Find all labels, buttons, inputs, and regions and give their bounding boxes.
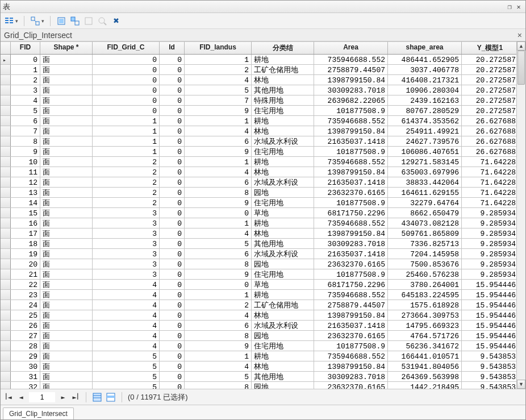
cell-fid-landus[interactable]: 7	[185, 95, 252, 105]
cell-fid[interactable]: 2	[11, 75, 40, 85]
cell-id[interactable]: 0	[160, 65, 185, 74]
cell-y-model[interactable]: 71.64228	[462, 167, 516, 177]
cell-fid-grid-c[interactable]: 0	[93, 106, 160, 115]
cell-area[interactable]: 2758879.44507	[314, 300, 388, 310]
cell-id[interactable]: 0	[160, 95, 185, 105]
cell-fid[interactable]: 15	[11, 208, 40, 218]
cell-fid[interactable]: 9	[11, 147, 40, 156]
row-selector[interactable]	[1, 382, 11, 389]
cell-shape[interactable]: 面	[40, 269, 93, 279]
table-row[interactable]: 6面101耕地735946688.552614374.35356226.6276…	[1, 116, 516, 126]
cell-class[interactable]: 水域及水利设	[252, 177, 314, 187]
row-selector[interactable]	[1, 300, 11, 310]
cell-fid-landus[interactable]: 9	[185, 147, 252, 156]
clear-selection-icon[interactable]	[84, 16, 94, 26]
column-header[interactable]: FID_Grid_C	[93, 41, 160, 54]
cell-id[interactable]: 0	[160, 228, 185, 238]
row-selector[interactable]	[1, 126, 11, 136]
cell-fid-grid-c[interactable]: 4	[93, 280, 160, 289]
row-selector[interactable]	[1, 157, 11, 167]
cell-fid[interactable]: 30	[11, 361, 40, 371]
table-options-icon[interactable]	[4, 16, 14, 26]
cell-area[interactable]: 1398799150.84	[314, 75, 388, 85]
cell-class[interactable]: 其他用地	[252, 239, 314, 248]
table-row[interactable]: 32面508园地23632370.61651442.2184959.543853	[1, 382, 516, 389]
cell-shape[interactable]: 面	[40, 126, 93, 136]
cell-fid-landus[interactable]: 6	[185, 136, 252, 146]
cell-shape[interactable]: 面	[40, 372, 93, 381]
cell-fid-grid-c[interactable]: 2	[93, 188, 160, 197]
cell-y-model[interactable]: 15.954446	[462, 321, 516, 330]
cell-fid-grid-c[interactable]: 3	[93, 228, 160, 238]
row-selector[interactable]	[1, 75, 11, 85]
cell-class[interactable]: 林地	[252, 310, 314, 320]
cell-class[interactable]: 特殊用地	[252, 95, 314, 105]
row-selector[interactable]	[1, 116, 11, 126]
cell-area[interactable]: 735946688.552	[314, 351, 388, 361]
cell-shape[interactable]: 面	[40, 351, 93, 361]
cell-fid[interactable]: 4	[11, 95, 40, 105]
row-selector[interactable]	[1, 218, 11, 228]
cell-fid[interactable]: 29	[11, 351, 40, 361]
cell-fid[interactable]: 7	[11, 126, 40, 136]
cell-fid-landus[interactable]: 4	[185, 228, 252, 238]
cell-shape-area[interactable]: 3780.264001	[388, 280, 462, 289]
cell-area[interactable]: 1398799150.84	[314, 228, 388, 238]
cell-fid[interactable]: 19	[11, 249, 40, 259]
cell-fid-landus[interactable]: 1	[185, 116, 252, 126]
cell-shape[interactable]: 面	[40, 218, 93, 228]
cell-shape-area[interactable]: 25460.576238	[388, 269, 462, 279]
cell-fid[interactable]: 14	[11, 198, 40, 207]
cell-fid-landus[interactable]: 1	[185, 55, 252, 64]
dropdown-icon[interactable]: ▾	[41, 18, 44, 24]
cell-id[interactable]: 0	[160, 269, 185, 279]
table-row[interactable]: 13面208园地23632370.6165164611.62915571.642…	[1, 188, 516, 198]
cell-area[interactable]: 68171750.2296	[314, 280, 388, 289]
dropdown-icon[interactable]: ▾	[15, 18, 18, 24]
cell-shape-area[interactable]: 32279.64764	[388, 198, 462, 207]
cell-shape-area[interactable]: 1442.218495	[388, 382, 462, 389]
cell-y-model[interactable]: 9.285934	[462, 249, 516, 259]
cell-y-model[interactable]: 9.543853	[462, 382, 516, 389]
cell-id[interactable]: 0	[160, 331, 185, 340]
cell-class[interactable]: 耕地	[252, 351, 314, 361]
cell-y-model[interactable]: 9.285934	[462, 208, 516, 218]
cell-shape-area[interactable]: 486441.652905	[388, 55, 462, 64]
cell-class[interactable]: 园地	[252, 188, 314, 197]
row-selector[interactable]	[1, 239, 11, 248]
column-header[interactable]: Area	[314, 41, 388, 54]
table-row[interactable]: 4面007特殊用地2639682.220652439.16216320.2725…	[1, 95, 516, 106]
cell-id[interactable]: 0	[160, 249, 185, 259]
cell-area[interactable]: 21635037.1418	[314, 177, 388, 187]
cell-id[interactable]: 0	[160, 167, 185, 177]
table-row[interactable]: 5面009住宅用地101877508.980767.28052920.27258…	[1, 106, 516, 116]
cell-shape-area[interactable]: 434073.082128	[388, 218, 462, 228]
cell-shape-area[interactable]: 56236.341672	[388, 341, 462, 351]
scroll-thumb[interactable]	[517, 51, 525, 85]
cell-fid-grid-c[interactable]: 0	[93, 95, 160, 105]
cell-class[interactable]: 林地	[252, 167, 314, 177]
cell-shape[interactable]: 面	[40, 136, 93, 146]
cell-class[interactable]: 耕地	[252, 157, 314, 167]
cell-y-model[interactable]: 71.64228	[462, 188, 516, 197]
cell-fid[interactable]: 5	[11, 106, 40, 115]
cell-y-model[interactable]: 71.64228	[462, 177, 516, 187]
show-selected-records-icon[interactable]	[106, 392, 116, 402]
table-row[interactable]: 3面005其他用地30309283.701810906.28030420.272…	[1, 85, 516, 95]
cell-fid-landus[interactable]: 6	[185, 249, 252, 259]
cell-id[interactable]: 0	[160, 372, 185, 381]
cell-y-model[interactable]: 9.543853	[462, 361, 516, 371]
table-row[interactable]: 31面505其他用地30309283.7018264369.5639989.54…	[1, 372, 516, 382]
cell-fid-landus[interactable]: 4	[185, 126, 252, 136]
cell-fid-landus[interactable]: 1	[185, 290, 252, 300]
row-selector[interactable]	[1, 55, 11, 64]
cell-area[interactable]: 30309283.7018	[314, 372, 388, 381]
cell-area[interactable]: 23632370.6165	[314, 259, 388, 269]
cell-fid-landus[interactable]: 8	[185, 331, 252, 340]
last-record-button[interactable]: ►ꟾ	[71, 393, 80, 401]
cell-area[interactable]: 101877508.9	[314, 106, 388, 115]
cell-fid-landus[interactable]: 8	[185, 259, 252, 269]
cell-class[interactable]: 住宅用地	[252, 341, 314, 351]
cell-shape[interactable]: 面	[40, 65, 93, 74]
row-selector[interactable]	[1, 208, 11, 218]
